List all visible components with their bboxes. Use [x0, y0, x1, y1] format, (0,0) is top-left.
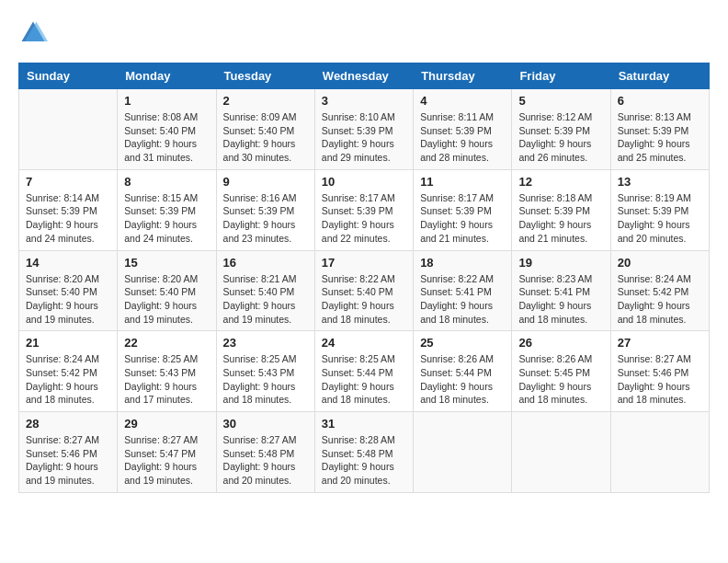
calendar-cell: 28Sunrise: 8:27 AMSunset: 5:46 PMDayligh…	[19, 412, 118, 493]
day-info: Sunrise: 8:25 AMSunset: 5:43 PMDaylight:…	[124, 352, 209, 407]
day-number: 22	[124, 336, 209, 350]
day-number: 23	[223, 336, 308, 350]
day-number: 15	[124, 256, 209, 270]
calendar-week-row: 21Sunrise: 8:24 AMSunset: 5:42 PMDayligh…	[19, 331, 710, 412]
day-info: Sunrise: 8:13 AMSunset: 5:39 PMDaylight:…	[618, 110, 702, 165]
day-number: 2	[223, 94, 308, 108]
calendar-cell	[512, 412, 610, 493]
col-header-saturday: Saturday	[610, 63, 709, 89]
day-info: Sunrise: 8:20 AMSunset: 5:40 PMDaylight:…	[26, 272, 110, 327]
day-number: 21	[26, 336, 110, 350]
day-info: Sunrise: 8:24 AMSunset: 5:42 PMDaylight:…	[26, 352, 110, 407]
calendar-cell: 6Sunrise: 8:13 AMSunset: 5:39 PMDaylight…	[610, 89, 709, 170]
day-info: Sunrise: 8:17 AMSunset: 5:39 PMDaylight:…	[322, 191, 406, 246]
calendar-cell: 3Sunrise: 8:10 AMSunset: 5:39 PMDaylight…	[314, 89, 413, 170]
calendar-cell: 25Sunrise: 8:26 AMSunset: 5:44 PMDayligh…	[414, 331, 512, 412]
day-info: Sunrise: 8:15 AMSunset: 5:39 PMDaylight:…	[124, 191, 209, 246]
calendar-cell: 15Sunrise: 8:20 AMSunset: 5:40 PMDayligh…	[118, 250, 216, 331]
day-number: 3	[322, 94, 406, 108]
day-info: Sunrise: 8:27 AMSunset: 5:48 PMDaylight:…	[223, 433, 308, 488]
calendar-cell: 9Sunrise: 8:16 AMSunset: 5:39 PMDaylight…	[216, 169, 314, 250]
day-number: 1	[124, 94, 209, 108]
calendar-cell: 12Sunrise: 8:18 AMSunset: 5:39 PMDayligh…	[512, 169, 610, 250]
calendar-cell: 20Sunrise: 8:24 AMSunset: 5:42 PMDayligh…	[610, 250, 709, 331]
day-info: Sunrise: 8:22 AMSunset: 5:40 PMDaylight:…	[322, 272, 406, 327]
col-header-thursday: Thursday	[414, 63, 512, 89]
calendar-cell: 21Sunrise: 8:24 AMSunset: 5:42 PMDayligh…	[19, 331, 118, 412]
day-info: Sunrise: 8:25 AMSunset: 5:43 PMDaylight:…	[223, 352, 308, 407]
calendar-cell: 23Sunrise: 8:25 AMSunset: 5:43 PMDayligh…	[216, 331, 314, 412]
calendar-cell	[19, 89, 118, 170]
day-number: 16	[223, 256, 308, 270]
day-info: Sunrise: 8:19 AMSunset: 5:39 PMDaylight:…	[618, 191, 702, 246]
day-info: Sunrise: 8:28 AMSunset: 5:48 PMDaylight:…	[322, 433, 406, 488]
calendar-header-row: SundayMondayTuesdayWednesdayThursdayFrid…	[19, 63, 710, 89]
day-info: Sunrise: 8:20 AMSunset: 5:40 PMDaylight:…	[124, 272, 209, 327]
calendar-cell: 7Sunrise: 8:14 AMSunset: 5:39 PMDaylight…	[19, 169, 118, 250]
day-info: Sunrise: 8:24 AMSunset: 5:42 PMDaylight:…	[618, 272, 702, 327]
day-number: 6	[618, 94, 702, 108]
calendar-cell: 5Sunrise: 8:12 AMSunset: 5:39 PMDaylight…	[512, 89, 610, 170]
day-number: 25	[420, 336, 505, 350]
day-info: Sunrise: 8:27 AMSunset: 5:47 PMDaylight:…	[124, 433, 209, 488]
day-info: Sunrise: 8:08 AMSunset: 5:40 PMDaylight:…	[124, 110, 209, 165]
day-info: Sunrise: 8:22 AMSunset: 5:41 PMDaylight:…	[420, 272, 505, 327]
day-number: 7	[26, 175, 110, 189]
col-header-sunday: Sunday	[19, 63, 118, 89]
day-info: Sunrise: 8:25 AMSunset: 5:44 PMDaylight:…	[322, 352, 406, 407]
day-number: 30	[223, 417, 308, 431]
day-number: 13	[618, 175, 702, 189]
calendar-cell: 26Sunrise: 8:26 AMSunset: 5:45 PMDayligh…	[512, 331, 610, 412]
col-header-wednesday: Wednesday	[314, 63, 413, 89]
calendar-cell: 4Sunrise: 8:11 AMSunset: 5:39 PMDaylight…	[414, 89, 512, 170]
day-info: Sunrise: 8:26 AMSunset: 5:44 PMDaylight:…	[420, 352, 505, 407]
day-number: 10	[322, 175, 406, 189]
calendar-cell: 1Sunrise: 8:08 AMSunset: 5:40 PMDaylight…	[118, 89, 216, 170]
calendar-cell: 24Sunrise: 8:25 AMSunset: 5:44 PMDayligh…	[314, 331, 413, 412]
calendar-cell: 29Sunrise: 8:27 AMSunset: 5:47 PMDayligh…	[118, 412, 216, 493]
calendar-cell: 27Sunrise: 8:27 AMSunset: 5:46 PMDayligh…	[610, 331, 709, 412]
day-info: Sunrise: 8:21 AMSunset: 5:40 PMDaylight:…	[223, 272, 308, 327]
day-number: 9	[223, 175, 308, 189]
day-number: 27	[618, 336, 702, 350]
calendar-week-row: 1Sunrise: 8:08 AMSunset: 5:40 PMDaylight…	[19, 89, 710, 170]
calendar-cell: 30Sunrise: 8:27 AMSunset: 5:48 PMDayligh…	[216, 412, 314, 493]
calendar-cell	[414, 412, 512, 493]
logo-icon	[18, 18, 48, 48]
day-number: 24	[322, 336, 406, 350]
day-info: Sunrise: 8:16 AMSunset: 5:39 PMDaylight:…	[223, 191, 308, 246]
calendar-cell: 8Sunrise: 8:15 AMSunset: 5:39 PMDaylight…	[118, 169, 216, 250]
day-number: 29	[124, 417, 209, 431]
day-number: 11	[420, 175, 505, 189]
day-number: 17	[322, 256, 406, 270]
day-info: Sunrise: 8:26 AMSunset: 5:45 PMDaylight:…	[518, 352, 603, 407]
calendar-cell: 19Sunrise: 8:23 AMSunset: 5:41 PMDayligh…	[512, 250, 610, 331]
day-info: Sunrise: 8:17 AMSunset: 5:39 PMDaylight:…	[420, 191, 505, 246]
day-number: 8	[124, 175, 209, 189]
day-info: Sunrise: 8:27 AMSunset: 5:46 PMDaylight:…	[26, 433, 110, 488]
day-number: 18	[420, 256, 505, 270]
calendar-cell: 2Sunrise: 8:09 AMSunset: 5:40 PMDaylight…	[216, 89, 314, 170]
col-header-tuesday: Tuesday	[216, 63, 314, 89]
col-header-monday: Monday	[118, 63, 216, 89]
calendar-cell: 16Sunrise: 8:21 AMSunset: 5:40 PMDayligh…	[216, 250, 314, 331]
day-number: 26	[518, 336, 603, 350]
day-number: 28	[26, 417, 110, 431]
calendar-week-row: 28Sunrise: 8:27 AMSunset: 5:46 PMDayligh…	[19, 412, 710, 493]
calendar-cell: 31Sunrise: 8:28 AMSunset: 5:48 PMDayligh…	[314, 412, 413, 493]
calendar-week-row: 14Sunrise: 8:20 AMSunset: 5:40 PMDayligh…	[19, 250, 710, 331]
day-number: 20	[618, 256, 702, 270]
calendar-cell: 13Sunrise: 8:19 AMSunset: 5:39 PMDayligh…	[610, 169, 709, 250]
day-info: Sunrise: 8:12 AMSunset: 5:39 PMDaylight:…	[518, 110, 603, 165]
day-info: Sunrise: 8:09 AMSunset: 5:40 PMDaylight:…	[223, 110, 308, 165]
calendar-cell	[610, 412, 709, 493]
logo	[18, 18, 51, 48]
day-info: Sunrise: 8:18 AMSunset: 5:39 PMDaylight:…	[518, 191, 603, 246]
day-number: 14	[26, 256, 110, 270]
day-number: 19	[518, 256, 603, 270]
day-number: 5	[518, 94, 603, 108]
calendar-cell: 17Sunrise: 8:22 AMSunset: 5:40 PMDayligh…	[314, 250, 413, 331]
day-number: 4	[420, 94, 505, 108]
page-header	[18, 18, 710, 48]
day-number: 12	[518, 175, 603, 189]
